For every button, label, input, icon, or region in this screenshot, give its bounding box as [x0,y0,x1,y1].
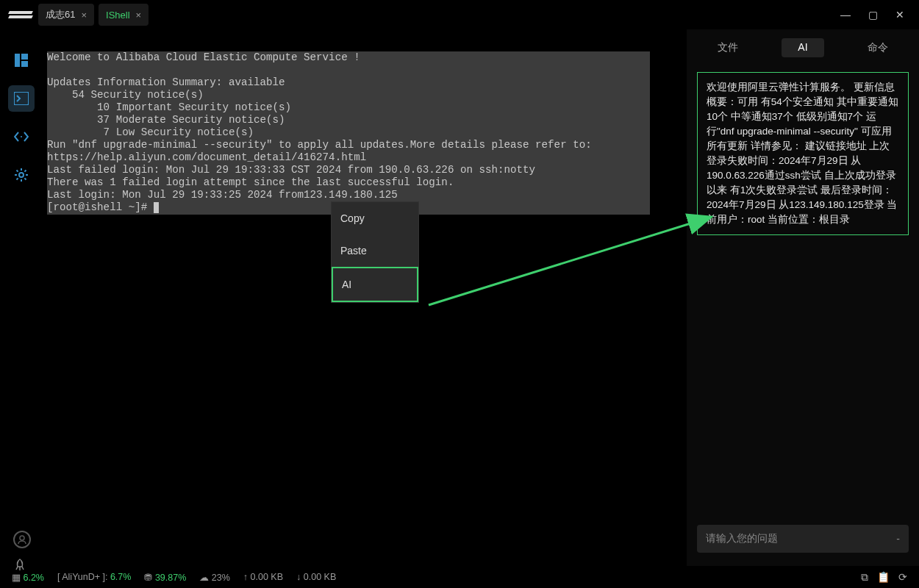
tab-cmd[interactable]: 命令 [851,38,904,57]
tab-label: IShell [106,10,130,21]
refresh-icon[interactable]: ⟳ [898,571,907,584]
close-window-icon[interactable]: ✕ [895,9,904,21]
right-panel-tabs: 文件 AI 命令 [687,29,919,65]
ai-input-placeholder: 请输入您的问题 [706,532,778,545]
disk-stat: ⛃ 39.87% [144,572,186,583]
close-icon[interactable]: × [81,10,87,21]
tab-bar: 成志61 × IShell × [38,4,149,26]
gear-icon[interactable] [8,162,35,188]
right-panel: 文件 AI 命令 欢迎使用阿里云弹性计算服务。 更新信息概要：可用 有54个安全… [687,29,919,566]
tab-ai[interactable]: AI [782,38,823,57]
svg-point-5 [19,173,24,177]
svg-rect-1 [21,54,28,60]
terminal-output: Welcome to Alibaba Cloud Elastic Compute… [47,51,682,214]
sidebar [0,29,43,566]
layout-icon[interactable] [8,47,35,74]
download-stat: ↓ 0.00 KB [296,572,336,582]
tab-item[interactable]: 成志61 × [38,4,94,26]
svg-rect-0 [15,54,20,67]
tab-file[interactable]: 文件 [701,38,754,57]
annotation-arrow [421,209,723,312]
ai-input[interactable]: 请输入您的问题 - [697,525,909,553]
context-menu: Copy Paste AI [331,201,419,303]
close-icon[interactable]: × [136,10,142,21]
svg-point-7 [20,536,24,540]
code-icon[interactable] [8,123,35,150]
svg-line-6 [429,217,712,305]
paste-icon[interactable]: 📋 [877,571,890,584]
terminal-icon[interactable] [8,85,35,112]
svg-rect-2 [21,61,28,67]
window-controls: ― ▢ ✕ [830,9,915,21]
minimize-icon[interactable]: ― [840,9,851,21]
statusbar: ▦ 6.2% [ AliYunD+ ]: 6.7% ⛃ 39.87% ☁ 23%… [0,566,919,588]
user-avatar-icon[interactable] [13,531,31,548]
ai-response-card: 欢迎使用阿里云弹性计算服务。 更新信息概要：可用 有54个安全通知 其中重要通知… [697,72,909,235]
titlebar: 成志61 × IShell × ― ▢ ✕ [0,0,919,29]
rocket-icon[interactable] [13,559,26,575]
cloud-stat: ☁ 23% [199,572,230,583]
ai-input-dash: - [896,533,900,545]
upload-stat: ↑ 0.00 KB [243,572,283,582]
context-ai[interactable]: AI [332,267,418,302]
aliyun-stat: [ AliYunD+ ]: 6.7% [57,572,131,582]
terminal-area[interactable]: Welcome to Alibaba Cloud Elastic Compute… [43,29,687,566]
tab-label: 成志61 [46,8,75,21]
app-logo [9,8,32,21]
svg-rect-3 [14,92,29,105]
svg-point-4 [21,136,22,137]
context-paste[interactable]: Paste [332,234,418,267]
copy-icon[interactable]: ⧉ [861,571,868,584]
tab-item[interactable]: IShell × [99,4,149,26]
context-copy[interactable]: Copy [332,202,418,234]
maximize-icon[interactable]: ▢ [868,9,878,21]
